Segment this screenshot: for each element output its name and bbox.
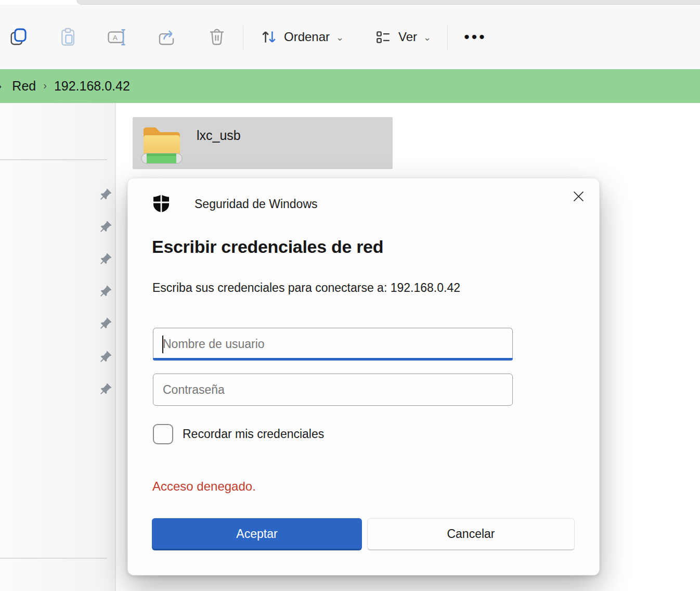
address-bar[interactable]: › Red › 192.168.0.42 [0, 69, 700, 103]
toolbar-divider [243, 25, 243, 50]
view-label: Ver [398, 30, 417, 44]
pin-icon [98, 382, 112, 397]
close-button[interactable] [567, 185, 590, 208]
more-options-button[interactable]: ••• [457, 17, 494, 57]
error-message: Acceso denegado. [152, 479, 256, 494]
chevron-down-icon: ⌄ [336, 32, 344, 43]
svg-text:A: A [113, 34, 118, 42]
dialog-app-title: Seguridad de Windows [195, 197, 318, 211]
dialog-title: Escribir credenciales de red [152, 237, 383, 257]
navigation-sidebar[interactable] [0, 103, 116, 591]
share-button[interactable] [148, 17, 185, 57]
cancel-button[interactable]: Cancelar [367, 518, 575, 550]
remember-credentials-row[interactable]: Recordar mis credenciales [153, 424, 324, 444]
username-field-container [153, 328, 513, 360]
tab-strip-edge [76, 0, 700, 5]
sidebar-separator [0, 159, 107, 160]
pin-icon [98, 252, 112, 267]
network-folder-icon [139, 122, 184, 166]
rename-icon: A [107, 27, 126, 47]
trash-icon [207, 27, 227, 47]
pin-icon [98, 317, 112, 331]
pin-icon [98, 220, 112, 235]
pin-icon [98, 285, 112, 299]
security-shield-icon [153, 194, 170, 213]
remember-checkbox-label: Recordar mis credenciales [183, 427, 324, 441]
sort-dropdown[interactable]: Ordenar ⌄ [253, 20, 351, 54]
password-field-container [153, 374, 513, 406]
breadcrumb-lead-chevron-icon: › [0, 79, 2, 94]
pin-icon [98, 188, 112, 202]
sort-label: Ordenar [284, 30, 330, 44]
paste-button[interactable] [49, 17, 86, 57]
windows-security-dialog: Seguridad de Windows Escribir credencial… [127, 178, 600, 575]
paste-icon [58, 27, 77, 47]
accept-button[interactable]: Aceptar [152, 518, 362, 550]
username-input[interactable] [153, 328, 512, 359]
delete-button[interactable] [198, 17, 236, 57]
view-icon [374, 28, 392, 46]
view-dropdown[interactable]: Ver ⌄ [367, 20, 438, 54]
explorer-toolbar: A Ordenar ⌄ Ver ⌄ [0, 5, 700, 69]
copy-icon [9, 27, 29, 47]
toolbar-divider [447, 25, 448, 50]
breadcrumb-item-host[interactable]: 192.168.0.42 [51, 79, 133, 94]
pin-icon [98, 350, 112, 365]
breadcrumb-item-red[interactable]: Red [9, 79, 39, 94]
breadcrumb-separator-icon: › [39, 80, 51, 92]
share-icon [157, 27, 176, 47]
chevron-down-icon: ⌄ [423, 32, 431, 43]
dialog-subtitle: Escriba sus credenciales para conectarse… [152, 281, 460, 295]
remember-checkbox[interactable] [153, 424, 173, 444]
sort-icon [260, 28, 278, 46]
sidebar-separator [0, 558, 107, 559]
rename-button[interactable]: A [98, 17, 135, 57]
copy-button[interactable] [0, 17, 37, 57]
file-item-lxc-usb[interactable]: lxc_usb [133, 117, 393, 169]
file-name: lxc_usb [197, 128, 241, 143]
text-caret [162, 336, 163, 353]
password-input[interactable] [153, 374, 512, 405]
close-icon [572, 189, 586, 203]
